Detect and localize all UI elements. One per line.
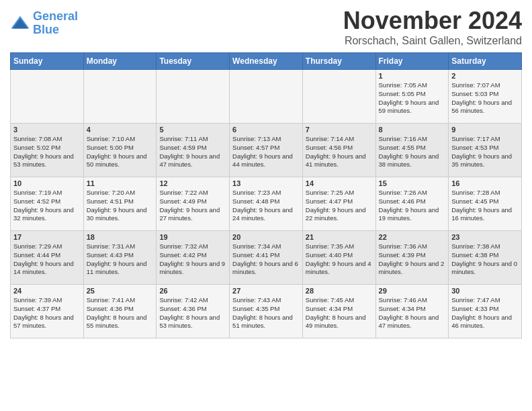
day-number: 7: [306, 126, 373, 134]
calendar-cell: 10Sunrise: 7:19 AM Sunset: 4:52 PM Dayli…: [11, 177, 84, 231]
calendar-cell: [230, 70, 303, 124]
calendar-table: SundayMondayTuesdayWednesdayThursdayFrid…: [10, 52, 522, 338]
calendar-cell: 12Sunrise: 7:22 AM Sunset: 4:49 PM Dayli…: [157, 177, 230, 231]
day-number: 20: [232, 233, 300, 241]
page-header: General Blue November 2024 Rorschach, Sa…: [10, 7, 522, 47]
logo-line2: Blue: [33, 23, 59, 36]
day-info: Sunrise: 7:08 AM Sunset: 5:02 PM Dayligh…: [13, 135, 81, 169]
day-number: 28: [306, 287, 373, 295]
day-number: 13: [232, 179, 300, 187]
calendar-cell: [83, 70, 157, 124]
calendar-cell: [11, 70, 84, 124]
day-number: 22: [379, 233, 446, 241]
day-number: 1: [379, 72, 446, 80]
calendar-cell: 28Sunrise: 7:45 AM Sunset: 4:34 PM Dayli…: [302, 285, 375, 338]
weekday-header-sunday: Sunday: [11, 53, 84, 70]
day-info: Sunrise: 7:39 AM Sunset: 4:37 PM Dayligh…: [13, 296, 81, 330]
day-number: 18: [87, 233, 154, 241]
calendar-cell: [157, 70, 230, 124]
day-number: 4: [87, 126, 154, 134]
title-block: November 2024 Rorschach, Saint Gallen, S…: [343, 7, 522, 47]
day-number: 5: [159, 126, 226, 134]
calendar-cell: 25Sunrise: 7:41 AM Sunset: 4:36 PM Dayli…: [83, 285, 157, 338]
calendar-cell: 6Sunrise: 7:13 AM Sunset: 4:57 PM Daylig…: [230, 124, 303, 177]
day-info: Sunrise: 7:45 AM Sunset: 4:34 PM Dayligh…: [306, 296, 373, 330]
day-number: 9: [451, 126, 519, 134]
day-info: Sunrise: 7:46 AM Sunset: 4:34 PM Dayligh…: [379, 296, 446, 330]
day-number: 3: [13, 126, 81, 134]
day-info: Sunrise: 7:25 AM Sunset: 4:47 PM Dayligh…: [306, 189, 373, 223]
day-info: Sunrise: 7:31 AM Sunset: 4:43 PM Dayligh…: [87, 242, 154, 277]
calendar-cell: 19Sunrise: 7:32 AM Sunset: 4:42 PM Dayli…: [157, 231, 230, 285]
calendar-cell: 27Sunrise: 7:43 AM Sunset: 4:35 PM Dayli…: [230, 285, 303, 338]
day-info: Sunrise: 7:14 AM Sunset: 4:56 PM Dayligh…: [306, 135, 373, 169]
month-title: November 2024: [343, 7, 522, 35]
calendar-week-row: 17Sunrise: 7:29 AM Sunset: 4:44 PM Dayli…: [11, 231, 522, 285]
day-info: Sunrise: 7:26 AM Sunset: 4:46 PM Dayligh…: [379, 189, 446, 223]
calendar-cell: 7Sunrise: 7:14 AM Sunset: 4:56 PM Daylig…: [302, 124, 375, 177]
calendar-header: SundayMondayTuesdayWednesdayThursdayFrid…: [11, 53, 522, 70]
day-number: 17: [13, 233, 81, 241]
day-info: Sunrise: 7:19 AM Sunset: 4:52 PM Dayligh…: [13, 189, 81, 223]
calendar-cell: 14Sunrise: 7:25 AM Sunset: 4:47 PM Dayli…: [302, 177, 375, 231]
calendar-cell: 26Sunrise: 7:42 AM Sunset: 4:36 PM Dayli…: [157, 285, 230, 338]
weekday-header-monday: Monday: [83, 53, 157, 70]
day-info: Sunrise: 7:32 AM Sunset: 4:42 PM Dayligh…: [159, 242, 226, 277]
day-info: Sunrise: 7:34 AM Sunset: 4:41 PM Dayligh…: [232, 242, 300, 277]
day-number: 11: [87, 179, 154, 187]
day-info: Sunrise: 7:05 AM Sunset: 5:05 PM Dayligh…: [379, 81, 446, 116]
calendar-cell: 8Sunrise: 7:16 AM Sunset: 4:55 PM Daylig…: [375, 124, 449, 177]
day-number: 6: [232, 126, 300, 134]
day-number: 2: [451, 72, 519, 80]
calendar-cell: 21Sunrise: 7:35 AM Sunset: 4:40 PM Dayli…: [302, 231, 375, 285]
day-number: 19: [159, 233, 226, 241]
day-info: Sunrise: 7:23 AM Sunset: 4:48 PM Dayligh…: [232, 189, 300, 223]
calendar-cell: 2Sunrise: 7:07 AM Sunset: 5:03 PM Daylig…: [449, 70, 522, 124]
day-info: Sunrise: 7:07 AM Sunset: 5:03 PM Dayligh…: [451, 81, 519, 116]
day-info: Sunrise: 7:38 AM Sunset: 4:38 PM Dayligh…: [451, 242, 519, 277]
calendar-cell: [302, 70, 375, 124]
calendar-cell: 23Sunrise: 7:38 AM Sunset: 4:38 PM Dayli…: [449, 231, 522, 285]
day-info: Sunrise: 7:13 AM Sunset: 4:57 PM Dayligh…: [232, 135, 300, 169]
day-number: 15: [379, 179, 446, 187]
calendar-cell: 16Sunrise: 7:28 AM Sunset: 4:45 PM Dayli…: [449, 177, 522, 231]
calendar-cell: 15Sunrise: 7:26 AM Sunset: 4:46 PM Dayli…: [375, 177, 449, 231]
calendar-week-row: 1Sunrise: 7:05 AM Sunset: 5:05 PM Daylig…: [11, 70, 522, 124]
day-number: 8: [379, 126, 446, 134]
location-subtitle: Rorschach, Saint Gallen, Switzerland: [343, 35, 522, 47]
calendar-body: 1Sunrise: 7:05 AM Sunset: 5:05 PM Daylig…: [11, 70, 522, 338]
day-info: Sunrise: 7:22 AM Sunset: 4:49 PM Dayligh…: [159, 189, 226, 223]
day-info: Sunrise: 7:17 AM Sunset: 4:53 PM Dayligh…: [451, 135, 519, 169]
weekday-header-saturday: Saturday: [449, 53, 522, 70]
day-number: 27: [232, 287, 300, 295]
day-info: Sunrise: 7:47 AM Sunset: 4:33 PM Dayligh…: [451, 296, 519, 330]
weekday-header-tuesday: Tuesday: [157, 53, 230, 70]
day-number: 14: [306, 179, 373, 187]
calendar-cell: 20Sunrise: 7:34 AM Sunset: 4:41 PM Dayli…: [230, 231, 303, 285]
weekday-header-friday: Friday: [375, 53, 449, 70]
day-info: Sunrise: 7:42 AM Sunset: 4:36 PM Dayligh…: [159, 296, 226, 330]
calendar-cell: 3Sunrise: 7:08 AM Sunset: 5:02 PM Daylig…: [11, 124, 84, 177]
day-info: Sunrise: 7:36 AM Sunset: 4:39 PM Dayligh…: [379, 242, 446, 277]
day-number: 16: [451, 179, 519, 187]
calendar-cell: 29Sunrise: 7:46 AM Sunset: 4:34 PM Dayli…: [375, 285, 449, 338]
weekday-header-wednesday: Wednesday: [230, 53, 303, 70]
day-info: Sunrise: 7:16 AM Sunset: 4:55 PM Dayligh…: [379, 135, 446, 169]
day-info: Sunrise: 7:35 AM Sunset: 4:40 PM Dayligh…: [306, 242, 373, 277]
day-info: Sunrise: 7:29 AM Sunset: 4:44 PM Dayligh…: [13, 242, 81, 277]
calendar-week-row: 24Sunrise: 7:39 AM Sunset: 4:37 PM Dayli…: [11, 285, 522, 338]
day-number: 21: [306, 233, 373, 241]
day-number: 29: [379, 287, 446, 295]
day-info: Sunrise: 7:41 AM Sunset: 4:36 PM Dayligh…: [87, 296, 154, 330]
day-info: Sunrise: 7:20 AM Sunset: 4:51 PM Dayligh…: [87, 189, 154, 223]
day-info: Sunrise: 7:10 AM Sunset: 5:00 PM Dayligh…: [87, 135, 154, 169]
day-info: Sunrise: 7:43 AM Sunset: 4:35 PM Dayligh…: [232, 296, 300, 330]
calendar-week-row: 3Sunrise: 7:08 AM Sunset: 5:02 PM Daylig…: [11, 124, 522, 177]
weekday-header-thursday: Thursday: [302, 53, 375, 70]
calendar-cell: 5Sunrise: 7:11 AM Sunset: 4:59 PM Daylig…: [157, 124, 230, 177]
day-number: 10: [13, 179, 81, 187]
logo-icon: [10, 13, 30, 34]
day-info: Sunrise: 7:28 AM Sunset: 4:45 PM Dayligh…: [451, 189, 519, 223]
calendar-cell: 4Sunrise: 7:10 AM Sunset: 5:00 PM Daylig…: [83, 124, 157, 177]
calendar-cell: 18Sunrise: 7:31 AM Sunset: 4:43 PM Dayli…: [83, 231, 157, 285]
